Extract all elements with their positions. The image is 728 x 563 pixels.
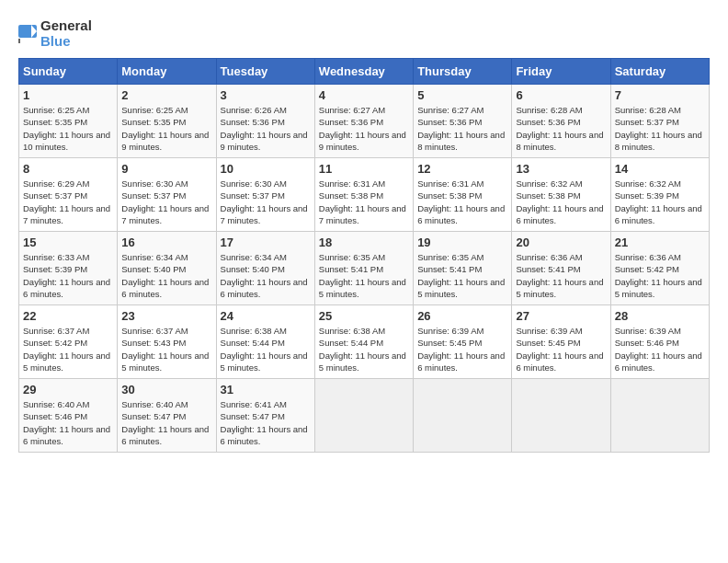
weekday-header-row: SundayMondayTuesdayWednesdayThursdayFrid… bbox=[19, 59, 710, 85]
calendar-week-row: 8 Sunrise: 6:29 AM Sunset: 5:37 PM Dayli… bbox=[19, 158, 710, 232]
calendar-cell: 9 Sunrise: 6:30 AM Sunset: 5:37 PM Dayli… bbox=[118, 158, 216, 232]
calendar-cell: 19 Sunrise: 6:35 AM Sunset: 5:41 PM Dayl… bbox=[414, 232, 512, 305]
day-info: Sunrise: 6:33 AM Sunset: 5:39 PM Dayligh… bbox=[23, 251, 113, 300]
calendar-cell: 3 Sunrise: 6:26 AM Sunset: 5:36 PM Dayli… bbox=[216, 85, 314, 158]
calendar-cell: 2 Sunrise: 6:25 AM Sunset: 5:35 PM Dayli… bbox=[118, 85, 216, 158]
day-number: 22 bbox=[23, 309, 113, 323]
day-number: 2 bbox=[121, 88, 211, 102]
weekday-header: Wednesday bbox=[314, 59, 413, 85]
weekday-header: Saturday bbox=[610, 59, 709, 85]
calendar-cell bbox=[512, 379, 610, 453]
day-info: Sunrise: 6:35 AM Sunset: 5:41 PM Dayligh… bbox=[319, 251, 409, 300]
calendar-cell: 27 Sunrise: 6:39 AM Sunset: 5:45 PM Dayl… bbox=[512, 305, 610, 379]
day-info: Sunrise: 6:29 AM Sunset: 5:37 PM Dayligh… bbox=[23, 178, 113, 226]
day-number: 13 bbox=[516, 162, 606, 176]
page-header: GeneralBlue bbox=[18, 18, 710, 49]
day-number: 18 bbox=[319, 236, 409, 249]
day-info: Sunrise: 6:36 AM Sunset: 5:42 PM Dayligh… bbox=[615, 251, 705, 300]
day-number: 5 bbox=[417, 88, 507, 102]
weekday-header: Tuesday bbox=[216, 59, 314, 85]
calendar-cell: 13 Sunrise: 6:32 AM Sunset: 5:38 PM Dayl… bbox=[512, 158, 610, 232]
calendar-cell bbox=[610, 379, 709, 453]
day-number: 9 bbox=[121, 162, 211, 176]
day-info: Sunrise: 6:37 AM Sunset: 5:43 PM Dayligh… bbox=[121, 325, 211, 373]
day-info: Sunrise: 6:31 AM Sunset: 5:38 PM Dayligh… bbox=[417, 178, 507, 226]
day-number: 29 bbox=[23, 383, 113, 396]
day-number: 25 bbox=[319, 309, 409, 323]
day-info: Sunrise: 6:30 AM Sunset: 5:37 PM Dayligh… bbox=[121, 178, 211, 226]
day-info: Sunrise: 6:36 AM Sunset: 5:41 PM Dayligh… bbox=[516, 251, 606, 300]
calendar-week-row: 15 Sunrise: 6:33 AM Sunset: 5:39 PM Dayl… bbox=[19, 232, 710, 305]
day-number: 28 bbox=[615, 309, 705, 323]
day-info: Sunrise: 6:34 AM Sunset: 5:40 PM Dayligh… bbox=[221, 251, 311, 300]
calendar-week-row: 29 Sunrise: 6:40 AM Sunset: 5:46 PM Dayl… bbox=[19, 379, 710, 453]
calendar-cell: 23 Sunrise: 6:37 AM Sunset: 5:43 PM Dayl… bbox=[118, 305, 216, 379]
calendar-cell: 12 Sunrise: 6:31 AM Sunset: 5:38 PM Dayl… bbox=[414, 158, 512, 232]
calendar-cell: 21 Sunrise: 6:36 AM Sunset: 5:42 PM Dayl… bbox=[610, 232, 709, 305]
weekday-header: Monday bbox=[118, 59, 216, 85]
day-number: 20 bbox=[516, 236, 606, 249]
logo-flag-icon bbox=[18, 25, 37, 43]
calendar-cell: 29 Sunrise: 6:40 AM Sunset: 5:46 PM Dayl… bbox=[19, 379, 118, 453]
day-number: 19 bbox=[417, 236, 507, 249]
calendar-cell: 4 Sunrise: 6:27 AM Sunset: 5:36 PM Dayli… bbox=[314, 85, 413, 158]
day-info: Sunrise: 6:28 AM Sunset: 5:37 PM Dayligh… bbox=[615, 104, 705, 153]
day-info: Sunrise: 6:40 AM Sunset: 5:46 PM Dayligh… bbox=[23, 398, 113, 447]
day-info: Sunrise: 6:25 AM Sunset: 5:35 PM Dayligh… bbox=[23, 104, 113, 153]
calendar-week-row: 22 Sunrise: 6:37 AM Sunset: 5:42 PM Dayl… bbox=[19, 305, 710, 379]
calendar-cell: 28 Sunrise: 6:39 AM Sunset: 5:46 PM Dayl… bbox=[610, 305, 709, 379]
svg-rect-2 bbox=[18, 39, 20, 43]
day-number: 27 bbox=[516, 309, 606, 323]
day-info: Sunrise: 6:39 AM Sunset: 5:45 PM Dayligh… bbox=[417, 325, 507, 373]
day-info: Sunrise: 6:39 AM Sunset: 5:45 PM Dayligh… bbox=[516, 325, 606, 373]
calendar-cell: 24 Sunrise: 6:38 AM Sunset: 5:44 PM Dayl… bbox=[216, 305, 314, 379]
day-number: 3 bbox=[221, 88, 311, 102]
day-number: 23 bbox=[121, 309, 211, 323]
day-number: 11 bbox=[319, 162, 409, 176]
calendar-cell: 25 Sunrise: 6:38 AM Sunset: 5:44 PM Dayl… bbox=[314, 305, 413, 379]
logo-container: GeneralBlue bbox=[18, 18, 92, 49]
calendar-cell: 15 Sunrise: 6:33 AM Sunset: 5:39 PM Dayl… bbox=[19, 232, 118, 305]
calendar-cell: 18 Sunrise: 6:35 AM Sunset: 5:41 PM Dayl… bbox=[314, 232, 413, 305]
day-number: 14 bbox=[615, 162, 705, 176]
calendar-cell: 1 Sunrise: 6:25 AM Sunset: 5:35 PM Dayli… bbox=[19, 85, 118, 158]
day-number: 17 bbox=[221, 236, 311, 249]
calendar-cell bbox=[314, 379, 413, 453]
calendar-table: SundayMondayTuesdayWednesdayThursdayFrid… bbox=[18, 58, 710, 453]
day-number: 16 bbox=[121, 236, 211, 249]
day-info: Sunrise: 6:27 AM Sunset: 5:36 PM Dayligh… bbox=[417, 104, 507, 153]
calendar-cell: 17 Sunrise: 6:34 AM Sunset: 5:40 PM Dayl… bbox=[216, 232, 314, 305]
calendar-cell: 6 Sunrise: 6:28 AM Sunset: 5:36 PM Dayli… bbox=[512, 85, 610, 158]
calendar-cell: 7 Sunrise: 6:28 AM Sunset: 5:37 PM Dayli… bbox=[610, 85, 709, 158]
calendar-cell: 16 Sunrise: 6:34 AM Sunset: 5:40 PM Dayl… bbox=[118, 232, 216, 305]
day-info: Sunrise: 6:40 AM Sunset: 5:47 PM Dayligh… bbox=[121, 398, 211, 447]
calendar-cell: 30 Sunrise: 6:40 AM Sunset: 5:47 PM Dayl… bbox=[118, 379, 216, 453]
day-number: 1 bbox=[23, 88, 113, 102]
calendar-cell: 31 Sunrise: 6:41 AM Sunset: 5:47 PM Dayl… bbox=[216, 379, 314, 453]
logo: GeneralBlue bbox=[18, 18, 92, 49]
logo-text: GeneralBlue bbox=[40, 18, 92, 49]
calendar-cell: 5 Sunrise: 6:27 AM Sunset: 5:36 PM Dayli… bbox=[414, 85, 512, 158]
day-info: Sunrise: 6:30 AM Sunset: 5:37 PM Dayligh… bbox=[221, 178, 311, 226]
calendar-cell: 11 Sunrise: 6:31 AM Sunset: 5:38 PM Dayl… bbox=[314, 158, 413, 232]
day-number: 15 bbox=[23, 236, 113, 249]
day-number: 30 bbox=[121, 383, 211, 396]
weekday-header: Friday bbox=[512, 59, 610, 85]
day-info: Sunrise: 6:38 AM Sunset: 5:44 PM Dayligh… bbox=[319, 325, 409, 373]
calendar-week-row: 1 Sunrise: 6:25 AM Sunset: 5:35 PM Dayli… bbox=[19, 85, 710, 158]
day-info: Sunrise: 6:38 AM Sunset: 5:44 PM Dayligh… bbox=[221, 325, 311, 373]
day-info: Sunrise: 6:26 AM Sunset: 5:36 PM Dayligh… bbox=[221, 104, 311, 153]
day-info: Sunrise: 6:35 AM Sunset: 5:41 PM Dayligh… bbox=[417, 251, 507, 300]
day-number: 21 bbox=[615, 236, 705, 249]
weekday-header: Sunday bbox=[19, 59, 118, 85]
day-info: Sunrise: 6:31 AM Sunset: 5:38 PM Dayligh… bbox=[319, 178, 409, 226]
calendar-cell: 10 Sunrise: 6:30 AM Sunset: 5:37 PM Dayl… bbox=[216, 158, 314, 232]
day-info: Sunrise: 6:28 AM Sunset: 5:36 PM Dayligh… bbox=[516, 104, 606, 153]
calendar-cell: 26 Sunrise: 6:39 AM Sunset: 5:45 PM Dayl… bbox=[414, 305, 512, 379]
calendar-cell: 22 Sunrise: 6:37 AM Sunset: 5:42 PM Dayl… bbox=[19, 305, 118, 379]
day-number: 26 bbox=[417, 309, 507, 323]
day-info: Sunrise: 6:25 AM Sunset: 5:35 PM Dayligh… bbox=[121, 104, 211, 153]
day-number: 7 bbox=[615, 88, 705, 102]
day-number: 6 bbox=[516, 88, 606, 102]
day-number: 4 bbox=[319, 88, 409, 102]
